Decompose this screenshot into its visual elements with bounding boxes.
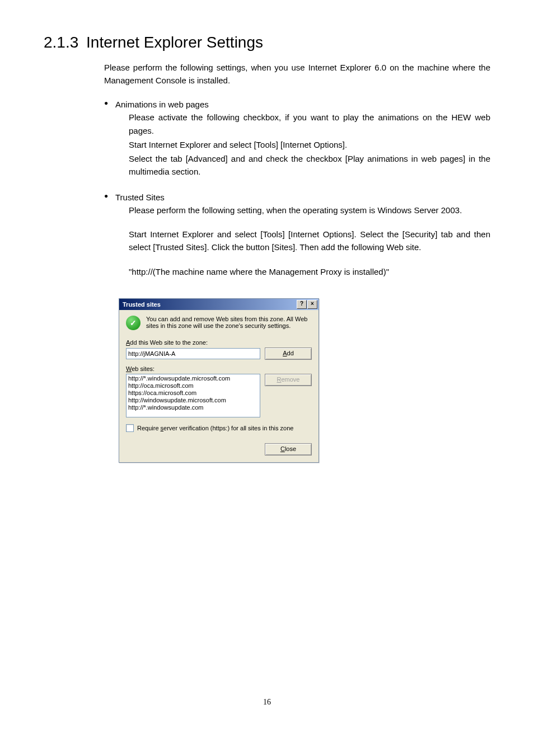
dialog-description: You can add and remove Web sites from th… <box>146 316 312 330</box>
bullet-title: Trusted Sites <box>115 191 490 204</box>
require-https-label: Require server verification (https:) for… <box>137 425 293 431</box>
add-site-label: Add this Web site to the zone: <box>126 339 312 346</box>
bullet-animations: Animations in web pages Please activate … <box>115 98 490 179</box>
close-window-button[interactable]: × <box>307 300 317 309</box>
web-sites-listbox[interactable]: http://*.windowsupdate.microsoft.com htt… <box>126 374 260 417</box>
list-item[interactable]: https://oca.microsoft.com <box>128 389 258 397</box>
paragraph: Please activate the following checkbox, … <box>129 111 490 137</box>
list-item[interactable]: http://*.windowsupdate.microsoft.com <box>128 375 258 382</box>
list-item[interactable]: http://*.windowsupdate.com <box>128 404 258 411</box>
list-item[interactable]: http://windowsupdate.microsoft.com <box>128 397 258 404</box>
list-item[interactable]: http://oca.microsoft.com <box>128 382 258 389</box>
dialog-titlebar[interactable]: Trusted sites ? × <box>119 299 318 310</box>
paragraph: "http://(The machine name where the Mana… <box>129 265 490 278</box>
trusted-sites-dialog: Trusted sites ? × ✓ You can add and remo… <box>119 298 319 463</box>
help-button[interactable]: ? <box>297 300 307 309</box>
bullet-trusted-sites: Trusted Sites Please perform the followi… <box>115 191 490 278</box>
intro-paragraph: Please perform the following settings, w… <box>104 62 490 87</box>
bullet-title: Animations in web pages <box>115 98 490 111</box>
paragraph: Start Internet Explorer and select [Tool… <box>129 138 490 151</box>
add-site-input[interactable] <box>126 348 260 359</box>
web-sites-label: Web sites: <box>126 365 312 372</box>
paragraph: Start Internet Explorer and select [Tool… <box>129 228 490 254</box>
paragraph: Please perform the following setting, wh… <box>129 204 490 217</box>
section-heading: 2.1.3 Internet Explorer Settings <box>44 34 490 51</box>
require-https-checkbox[interactable] <box>126 424 134 432</box>
paragraph: Select the tab [Advanced] and and check … <box>129 152 490 179</box>
add-button[interactable]: Add <box>265 348 312 360</box>
section-title: Internet Explorer Settings <box>86 34 263 51</box>
remove-button[interactable]: Remove <box>265 374 312 386</box>
page-number: 16 <box>44 698 490 707</box>
close-button[interactable]: Close <box>265 443 312 456</box>
section-number: 2.1.3 <box>44 34 78 51</box>
dialog-title: Trusted sites <box>123 301 161 308</box>
trusted-zone-icon: ✓ <box>126 316 140 330</box>
